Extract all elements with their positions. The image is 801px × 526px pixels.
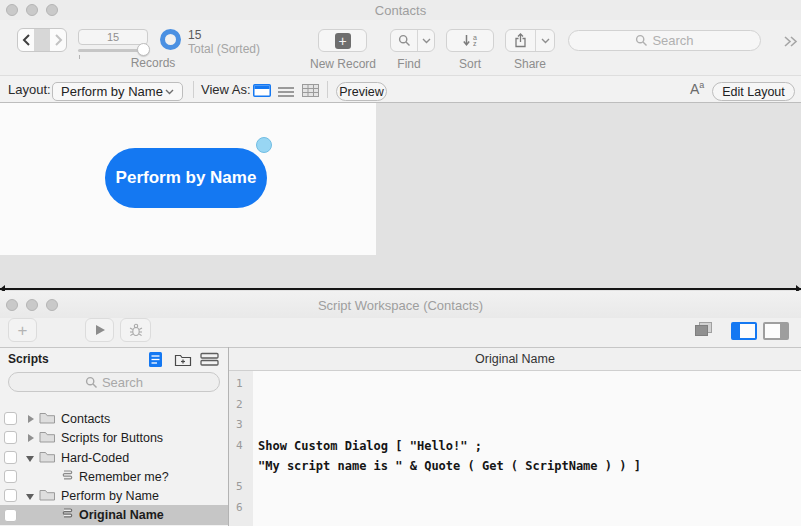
tree-row-hard-coded[interactable]: Hard-Coded bbox=[0, 448, 228, 467]
form-view-button[interactable] bbox=[253, 83, 271, 101]
sort-az-icon: az bbox=[473, 35, 477, 47]
perform-by-name-button[interactable]: Perform by Name bbox=[105, 148, 267, 208]
new-folder-icon[interactable] bbox=[174, 352, 192, 371]
found-set-pie-icon[interactable] bbox=[160, 29, 181, 50]
new-record-button[interactable]: + bbox=[318, 29, 367, 52]
folder-icon bbox=[39, 411, 56, 427]
share-segment[interactable] bbox=[506, 33, 535, 48]
run-script-button[interactable] bbox=[85, 318, 114, 342]
total-records: 15 Total (Sorted) bbox=[188, 28, 260, 56]
right-pane-toggle-button[interactable] bbox=[763, 322, 789, 340]
double-chevron-right-icon bbox=[783, 35, 799, 48]
share-dropdown[interactable] bbox=[536, 38, 554, 44]
cursor-touch-indicator bbox=[256, 137, 272, 153]
checkbox[interactable] bbox=[4, 470, 17, 483]
script-list-icon[interactable] bbox=[148, 351, 164, 372]
divider bbox=[327, 81, 328, 98]
tree-row-original-name[interactable]: Original Name bbox=[0, 505, 228, 525]
script-workspace-window: Script Workspace (Contacts) + Scripts bbox=[0, 291, 801, 526]
folder-icon bbox=[39, 450, 56, 466]
script-workspace-titlebar: Script Workspace (Contacts) bbox=[0, 291, 801, 318]
total-count: 15 bbox=[188, 28, 260, 42]
share-icon bbox=[514, 33, 527, 48]
sort-arrow-icon bbox=[463, 34, 472, 47]
contacts-titlebar: Contacts bbox=[0, 0, 801, 20]
screen: Contacts Records 15 Total (Sorted) bbox=[0, 0, 801, 526]
script-step-continuation[interactable]: "My script name is " & Quote ( Get ( Scr… bbox=[258, 459, 641, 473]
disclosure-collapsed-icon[interactable] bbox=[28, 434, 34, 442]
script-icon bbox=[60, 469, 74, 485]
search-icon bbox=[398, 34, 411, 47]
search-placeholder: Search bbox=[652, 33, 693, 48]
plus-icon: + bbox=[335, 33, 351, 49]
line-number: 5 bbox=[229, 480, 253, 493]
tree-row-contacts[interactable]: Contacts bbox=[0, 409, 228, 428]
text-formatting-icon[interactable]: Aa bbox=[690, 80, 704, 97]
sort-button[interactable]: az bbox=[446, 29, 494, 52]
script-step[interactable]: Show Custom Dialog [ "Hello!" ; bbox=[258, 439, 482, 453]
layout-content: Perform by Name bbox=[0, 103, 801, 288]
chevron-down-icon bbox=[165, 89, 174, 95]
search-icon bbox=[85, 376, 98, 389]
sidebar-header: Scripts bbox=[8, 352, 49, 366]
tree-row-perform-by-name[interactable]: Perform by Name bbox=[0, 486, 228, 505]
window-divider[interactable] bbox=[0, 288, 801, 290]
debug-script-button[interactable] bbox=[120, 318, 151, 342]
line-number: 2 bbox=[229, 398, 253, 411]
disclosure-expanded-icon[interactable] bbox=[26, 456, 34, 462]
next-record-button[interactable] bbox=[50, 29, 66, 51]
find-label: Find bbox=[386, 57, 432, 71]
tree-row-remember-me[interactable]: Remember me? bbox=[0, 467, 228, 486]
layout-dropdown[interactable]: Perform by Name bbox=[52, 82, 183, 101]
record-number-input[interactable] bbox=[78, 29, 148, 45]
line-number: 6 bbox=[229, 501, 253, 514]
record-slider-thumb[interactable] bbox=[137, 43, 150, 56]
script-icon bbox=[60, 507, 74, 523]
script-tab-title[interactable]: Original Name bbox=[229, 348, 801, 371]
toolbar-search-input[interactable]: Search bbox=[568, 30, 761, 51]
window-title: Contacts bbox=[0, 3, 801, 18]
tree-row-scripts-for-buttons[interactable]: Scripts for Buttons bbox=[0, 428, 228, 447]
chevron-down-icon bbox=[541, 38, 550, 44]
divider bbox=[34, 29, 50, 51]
checkbox[interactable] bbox=[4, 431, 17, 444]
line-number: 3 bbox=[229, 418, 253, 431]
form-view-icon bbox=[253, 84, 271, 97]
share-button[interactable] bbox=[505, 29, 555, 52]
preview-button[interactable]: Preview bbox=[336, 82, 387, 101]
bug-icon bbox=[128, 323, 144, 337]
view-as-label: View As: bbox=[201, 82, 251, 97]
chevron-down-icon bbox=[422, 38, 431, 44]
records-label: Records bbox=[118, 56, 188, 70]
previous-record-button[interactable] bbox=[18, 29, 34, 51]
line-number: 1 bbox=[229, 377, 253, 390]
duplicate-panes-icon[interactable] bbox=[694, 321, 714, 342]
find-segment[interactable] bbox=[391, 34, 417, 47]
disclosure-expanded-icon[interactable] bbox=[26, 494, 34, 500]
table-view-button[interactable] bbox=[302, 83, 319, 101]
disclosure-collapsed-icon[interactable] bbox=[28, 415, 34, 423]
checkbox[interactable] bbox=[4, 509, 17, 522]
find-button[interactable] bbox=[390, 29, 435, 52]
checkbox[interactable] bbox=[4, 451, 17, 464]
edit-layout-button[interactable]: Edit Layout bbox=[712, 82, 795, 101]
checkbox[interactable] bbox=[4, 412, 17, 425]
slider-tick bbox=[79, 55, 80, 59]
list-view-button[interactable] bbox=[278, 84, 294, 102]
layout-dropdown-value: Perform by Name bbox=[61, 84, 163, 99]
sidebar-search-input[interactable]: Search bbox=[8, 372, 220, 392]
group-bars-icon[interactable] bbox=[200, 352, 220, 371]
folder-icon bbox=[39, 488, 56, 504]
script-editor[interactable]: 1 2 3 4 5 6 Show Custom Dialog [ "Hello!… bbox=[229, 371, 801, 526]
chevron-left-icon bbox=[22, 33, 31, 47]
checkbox[interactable] bbox=[4, 489, 17, 502]
total-status: Total (Sorted) bbox=[188, 42, 260, 56]
layout-bar: Layout: Perform by Name View As: Preview bbox=[0, 75, 801, 103]
find-dropdown[interactable] bbox=[418, 38, 434, 44]
table-view-icon bbox=[302, 84, 319, 97]
new-script-button[interactable]: + bbox=[8, 318, 37, 342]
divider bbox=[193, 81, 194, 98]
left-pane-toggle-button[interactable] bbox=[731, 322, 757, 340]
toolbar-overflow-button[interactable] bbox=[783, 34, 799, 52]
sort-label: Sort bbox=[446, 57, 494, 71]
